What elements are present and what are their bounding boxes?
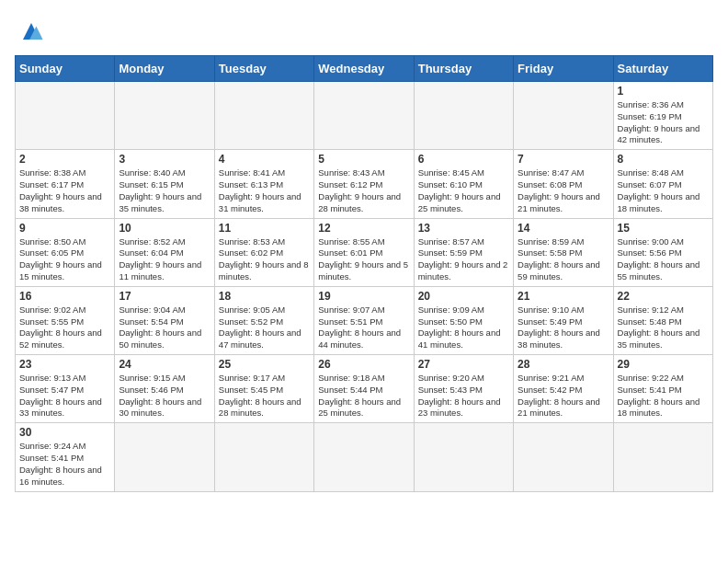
- weekday-header-sunday: Sunday: [16, 56, 115, 82]
- day-info: Sunrise: 9:07 AM Sunset: 5:51 PM Dayligh…: [318, 304, 409, 351]
- day-number: 11: [219, 222, 310, 235]
- day-info: Sunrise: 8:40 AM Sunset: 6:15 PM Dayligh…: [119, 167, 210, 214]
- weekday-header-wednesday: Wednesday: [314, 56, 414, 82]
- day-number: 17: [119, 290, 210, 303]
- day-info: Sunrise: 9:10 AM Sunset: 5:49 PM Dayligh…: [518, 304, 609, 351]
- day-number: 23: [19, 358, 110, 371]
- day-info: Sunrise: 8:43 AM Sunset: 6:12 PM Dayligh…: [318, 167, 409, 214]
- calendar-day-cell: [514, 423, 613, 491]
- calendar-day-cell: 13Sunrise: 8:57 AM Sunset: 5:59 PM Dayli…: [414, 218, 513, 286]
- day-info: Sunrise: 8:45 AM Sunset: 6:10 PM Dayligh…: [418, 167, 509, 214]
- calendar-day-cell: 6Sunrise: 8:45 AM Sunset: 6:10 PM Daylig…: [414, 150, 513, 218]
- day-number: 21: [518, 290, 609, 303]
- calendar-day-cell: [115, 82, 214, 150]
- day-number: 1: [618, 85, 709, 98]
- calendar-day-cell: 22Sunrise: 9:12 AM Sunset: 5:48 PM Dayli…: [613, 286, 712, 354]
- calendar-day-cell: [514, 82, 613, 150]
- day-info: Sunrise: 9:18 AM Sunset: 5:44 PM Dayligh…: [318, 373, 409, 419]
- weekday-header-saturday: Saturday: [613, 56, 712, 82]
- calendar-day-cell: 4Sunrise: 8:41 AM Sunset: 6:13 PM Daylig…: [214, 150, 313, 218]
- calendar-day-cell: 8Sunrise: 8:48 AM Sunset: 6:07 PM Daylig…: [613, 150, 712, 218]
- day-number: 19: [318, 290, 409, 303]
- day-number: 10: [119, 222, 210, 235]
- day-info: Sunrise: 8:53 AM Sunset: 6:02 PM Dayligh…: [219, 236, 310, 283]
- day-number: 24: [119, 358, 210, 371]
- day-number: 18: [219, 290, 310, 303]
- calendar-day-cell: 28Sunrise: 9:21 AM Sunset: 5:42 PM Dayli…: [514, 355, 613, 423]
- calendar-day-cell: 27Sunrise: 9:20 AM Sunset: 5:43 PM Dayli…: [414, 355, 513, 423]
- calendar-day-cell: 9Sunrise: 8:50 AM Sunset: 6:05 PM Daylig…: [16, 218, 115, 286]
- calendar-week-5: 23Sunrise: 9:13 AM Sunset: 5:47 PM Dayli…: [16, 355, 713, 423]
- day-info: Sunrise: 9:15 AM Sunset: 5:46 PM Dayligh…: [119, 373, 210, 419]
- day-info: Sunrise: 8:50 AM Sunset: 6:05 PM Dayligh…: [19, 236, 110, 283]
- day-info: Sunrise: 8:38 AM Sunset: 6:17 PM Dayligh…: [19, 167, 110, 214]
- day-info: Sunrise: 9:12 AM Sunset: 5:48 PM Dayligh…: [618, 304, 709, 351]
- day-number: 29: [618, 358, 709, 371]
- day-number: 27: [418, 358, 509, 371]
- day-number: 6: [418, 153, 509, 166]
- day-info: Sunrise: 8:52 AM Sunset: 6:04 PM Dayligh…: [119, 236, 210, 283]
- day-number: 16: [19, 290, 110, 303]
- weekday-header-friday: Friday: [514, 56, 613, 82]
- calendar-day-cell: 15Sunrise: 9:00 AM Sunset: 5:56 PM Dayli…: [613, 218, 712, 286]
- day-number: 28: [518, 358, 609, 371]
- calendar-day-cell: 14Sunrise: 8:59 AM Sunset: 5:58 PM Dayli…: [514, 218, 613, 286]
- day-info: Sunrise: 9:02 AM Sunset: 5:55 PM Dayligh…: [19, 304, 110, 351]
- day-number: 2: [19, 153, 110, 166]
- day-number: 30: [19, 426, 110, 439]
- calendar-day-cell: 24Sunrise: 9:15 AM Sunset: 5:46 PM Dayli…: [115, 355, 214, 423]
- calendar-day-cell: 2Sunrise: 8:38 AM Sunset: 6:17 PM Daylig…: [16, 150, 115, 218]
- day-info: Sunrise: 8:48 AM Sunset: 6:07 PM Dayligh…: [618, 167, 709, 214]
- day-info: Sunrise: 9:21 AM Sunset: 5:42 PM Dayligh…: [518, 373, 609, 419]
- calendar-day-cell: 1Sunrise: 8:36 AM Sunset: 6:19 PM Daylig…: [613, 82, 712, 150]
- day-info: Sunrise: 9:17 AM Sunset: 5:45 PM Dayligh…: [219, 373, 310, 419]
- calendar-day-cell: [314, 423, 414, 491]
- calendar-day-cell: 7Sunrise: 8:47 AM Sunset: 6:08 PM Daylig…: [514, 150, 613, 218]
- day-number: 25: [219, 358, 310, 371]
- day-number: 5: [318, 153, 409, 166]
- calendar-day-cell: 16Sunrise: 9:02 AM Sunset: 5:55 PM Dayli…: [16, 286, 115, 354]
- calendar-day-cell: 19Sunrise: 9:07 AM Sunset: 5:51 PM Dayli…: [314, 286, 414, 354]
- calendar-week-3: 9Sunrise: 8:50 AM Sunset: 6:05 PM Daylig…: [16, 218, 713, 286]
- calendar-day-cell: [115, 423, 214, 491]
- day-number: 12: [318, 222, 409, 235]
- day-number: 22: [618, 290, 709, 303]
- day-info: Sunrise: 9:24 AM Sunset: 5:41 PM Dayligh…: [19, 441, 110, 488]
- calendar-day-cell: 11Sunrise: 8:53 AM Sunset: 6:02 PM Dayli…: [214, 218, 313, 286]
- day-number: 7: [518, 153, 609, 166]
- day-info: Sunrise: 9:09 AM Sunset: 5:50 PM Dayligh…: [418, 304, 509, 351]
- logo: [15, 15, 51, 48]
- day-info: Sunrise: 8:55 AM Sunset: 6:01 PM Dayligh…: [318, 236, 409, 283]
- calendar-table: SundayMondayTuesdayWednesdayThursdayFrid…: [15, 55, 713, 492]
- day-number: 8: [618, 153, 709, 166]
- calendar-day-cell: 10Sunrise: 8:52 AM Sunset: 6:04 PM Dayli…: [115, 218, 214, 286]
- calendar-day-cell: 26Sunrise: 9:18 AM Sunset: 5:44 PM Dayli…: [314, 355, 414, 423]
- weekday-header-thursday: Thursday: [414, 56, 513, 82]
- calendar-day-cell: [613, 423, 712, 491]
- calendar-day-cell: 21Sunrise: 9:10 AM Sunset: 5:49 PM Dayli…: [514, 286, 613, 354]
- calendar-day-cell: [314, 82, 414, 150]
- day-number: 9: [19, 222, 110, 235]
- day-info: Sunrise: 9:22 AM Sunset: 5:41 PM Dayligh…: [618, 373, 709, 419]
- calendar-day-cell: 17Sunrise: 9:04 AM Sunset: 5:54 PM Dayli…: [115, 286, 214, 354]
- weekday-header-tuesday: Tuesday: [214, 56, 313, 82]
- generalblue-logo-icon: [15, 15, 48, 48]
- day-number: 15: [618, 222, 709, 235]
- calendar-day-cell: 18Sunrise: 9:05 AM Sunset: 5:52 PM Dayli…: [214, 286, 313, 354]
- day-info: Sunrise: 9:00 AM Sunset: 5:56 PM Dayligh…: [618, 236, 709, 283]
- calendar-day-cell: 23Sunrise: 9:13 AM Sunset: 5:47 PM Dayli…: [16, 355, 115, 423]
- day-info: Sunrise: 9:13 AM Sunset: 5:47 PM Dayligh…: [19, 373, 110, 419]
- weekday-header-monday: Monday: [115, 56, 214, 82]
- day-info: Sunrise: 8:36 AM Sunset: 6:19 PM Dayligh…: [618, 99, 709, 146]
- calendar-day-cell: 12Sunrise: 8:55 AM Sunset: 6:01 PM Dayli…: [314, 218, 414, 286]
- day-number: 13: [418, 222, 509, 235]
- day-info: Sunrise: 9:20 AM Sunset: 5:43 PM Dayligh…: [418, 373, 509, 419]
- day-number: 20: [418, 290, 509, 303]
- calendar-day-cell: [214, 82, 313, 150]
- day-info: Sunrise: 8:59 AM Sunset: 5:58 PM Dayligh…: [518, 236, 609, 283]
- calendar-week-2: 2Sunrise: 8:38 AM Sunset: 6:17 PM Daylig…: [16, 150, 713, 218]
- calendar-day-cell: [16, 82, 115, 150]
- day-number: 3: [119, 153, 210, 166]
- day-info: Sunrise: 8:47 AM Sunset: 6:08 PM Dayligh…: [518, 167, 609, 214]
- calendar-day-cell: 20Sunrise: 9:09 AM Sunset: 5:50 PM Dayli…: [414, 286, 513, 354]
